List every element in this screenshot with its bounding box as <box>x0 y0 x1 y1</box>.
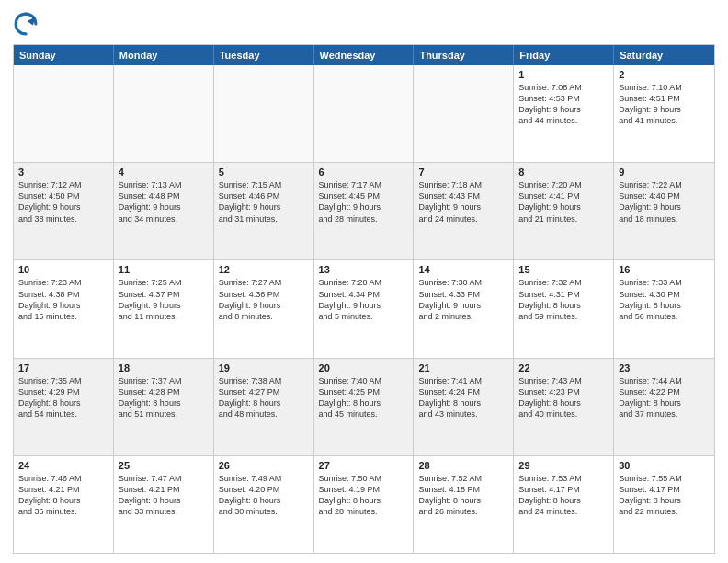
day-header-wednesday: Wednesday <box>314 45 415 65</box>
day-info: Sunrise: 7:18 AM Sunset: 4:43 PM Dayligh… <box>418 179 508 224</box>
day-number: 10 <box>18 264 108 275</box>
logo <box>13 11 42 37</box>
day-info: Sunrise: 7:37 AM Sunset: 4:28 PM Dayligh… <box>119 375 209 420</box>
day-number: 16 <box>619 264 710 275</box>
day-cell-2: 2Sunrise: 7:10 AM Sunset: 4:51 PM Daylig… <box>614 65 714 162</box>
day-info: Sunrise: 7:20 AM Sunset: 4:41 PM Dayligh… <box>518 179 609 224</box>
day-info: Sunrise: 7:46 AM Sunset: 4:21 PM Dayligh… <box>18 473 108 518</box>
day-header-sunday: Sunday <box>14 45 114 65</box>
day-number: 15 <box>518 264 609 275</box>
day-cell-19: 19Sunrise: 7:38 AM Sunset: 4:27 PM Dayli… <box>214 359 314 455</box>
day-number: 30 <box>619 460 710 471</box>
day-number: 13 <box>319 264 409 275</box>
day-header-monday: Monday <box>114 45 214 65</box>
day-info: Sunrise: 7:41 AM Sunset: 4:24 PM Dayligh… <box>418 375 508 420</box>
day-cell-6: 6Sunrise: 7:17 AM Sunset: 4:45 PM Daylig… <box>314 163 415 259</box>
empty-cell <box>414 65 514 162</box>
day-number: 26 <box>219 460 309 471</box>
calendar: SundayMondayTuesdayWednesdayThursdayFrid… <box>13 44 715 554</box>
day-number: 18 <box>119 362 209 373</box>
calendar-body: 1Sunrise: 7:08 AM Sunset: 4:53 PM Daylig… <box>14 65 714 553</box>
day-header-tuesday: Tuesday <box>214 45 314 65</box>
day-info: Sunrise: 7:13 AM Sunset: 4:48 PM Dayligh… <box>119 179 209 224</box>
empty-cell <box>14 65 114 162</box>
day-header-friday: Friday <box>514 45 614 65</box>
day-number: 25 <box>119 460 209 471</box>
day-number: 6 <box>319 167 409 178</box>
day-info: Sunrise: 7:50 AM Sunset: 4:19 PM Dayligh… <box>319 473 409 518</box>
day-cell-9: 9Sunrise: 7:22 AM Sunset: 4:40 PM Daylig… <box>614 163 714 259</box>
day-cell-22: 22Sunrise: 7:43 AM Sunset: 4:23 PM Dayli… <box>514 359 614 455</box>
day-info: Sunrise: 7:40 AM Sunset: 4:25 PM Dayligh… <box>319 375 409 420</box>
day-number: 1 <box>518 69 609 80</box>
calendar-header: SundayMondayTuesdayWednesdayThursdayFrid… <box>14 45 714 65</box>
day-cell-25: 25Sunrise: 7:47 AM Sunset: 4:21 PM Dayli… <box>114 456 214 553</box>
day-info: Sunrise: 7:49 AM Sunset: 4:20 PM Dayligh… <box>219 473 309 518</box>
day-info: Sunrise: 7:12 AM Sunset: 4:50 PM Dayligh… <box>18 179 108 224</box>
day-number: 21 <box>418 362 508 373</box>
calendar-row-1: 3Sunrise: 7:12 AM Sunset: 4:50 PM Daylig… <box>14 162 714 259</box>
day-info: Sunrise: 7:27 AM Sunset: 4:36 PM Dayligh… <box>219 277 309 322</box>
day-cell-5: 5Sunrise: 7:15 AM Sunset: 4:46 PM Daylig… <box>214 163 314 259</box>
day-number: 9 <box>619 167 710 178</box>
day-info: Sunrise: 7:38 AM Sunset: 4:27 PM Dayligh… <box>219 375 309 420</box>
day-cell-8: 8Sunrise: 7:20 AM Sunset: 4:41 PM Daylig… <box>514 163 614 259</box>
day-number: 8 <box>518 167 609 178</box>
day-info: Sunrise: 7:32 AM Sunset: 4:31 PM Dayligh… <box>518 277 609 322</box>
day-info: Sunrise: 7:33 AM Sunset: 4:30 PM Dayligh… <box>619 277 710 322</box>
day-info: Sunrise: 7:52 AM Sunset: 4:18 PM Dayligh… <box>418 473 508 518</box>
day-number: 17 <box>18 362 108 373</box>
day-header-thursday: Thursday <box>414 45 514 65</box>
day-header-saturday: Saturday <box>614 45 714 65</box>
day-number: 29 <box>518 460 609 471</box>
day-number: 27 <box>319 460 409 471</box>
day-info: Sunrise: 7:25 AM Sunset: 4:37 PM Dayligh… <box>119 277 209 322</box>
calendar-row-0: 1Sunrise: 7:08 AM Sunset: 4:53 PM Daylig… <box>14 65 714 162</box>
empty-cell <box>314 65 415 162</box>
day-cell-3: 3Sunrise: 7:12 AM Sunset: 4:50 PM Daylig… <box>14 163 114 259</box>
day-cell-24: 24Sunrise: 7:46 AM Sunset: 4:21 PM Dayli… <box>14 456 114 553</box>
calendar-row-3: 17Sunrise: 7:35 AM Sunset: 4:29 PM Dayli… <box>14 358 714 455</box>
day-cell-23: 23Sunrise: 7:44 AM Sunset: 4:22 PM Dayli… <box>614 359 714 455</box>
day-info: Sunrise: 7:35 AM Sunset: 4:29 PM Dayligh… <box>18 375 108 420</box>
day-cell-30: 30Sunrise: 7:55 AM Sunset: 4:17 PM Dayli… <box>614 456 714 553</box>
empty-cell <box>114 65 214 162</box>
day-info: Sunrise: 7:17 AM Sunset: 4:45 PM Dayligh… <box>319 179 409 224</box>
day-number: 28 <box>418 460 508 471</box>
day-info: Sunrise: 7:55 AM Sunset: 4:17 PM Dayligh… <box>619 473 710 518</box>
day-number: 19 <box>219 362 309 373</box>
empty-cell <box>214 65 314 162</box>
day-number: 12 <box>219 264 309 275</box>
day-number: 24 <box>18 460 108 471</box>
page: SundayMondayTuesdayWednesdayThursdayFrid… <box>0 0 728 563</box>
day-number: 2 <box>619 69 710 80</box>
day-number: 4 <box>119 167 209 178</box>
day-cell-12: 12Sunrise: 7:27 AM Sunset: 4:36 PM Dayli… <box>214 260 314 357</box>
calendar-row-4: 24Sunrise: 7:46 AM Sunset: 4:21 PM Dayli… <box>14 455 714 553</box>
day-cell-15: 15Sunrise: 7:32 AM Sunset: 4:31 PM Dayli… <box>514 260 614 357</box>
day-number: 3 <box>18 167 108 178</box>
day-cell-27: 27Sunrise: 7:50 AM Sunset: 4:19 PM Dayli… <box>314 456 415 553</box>
logo-icon <box>13 11 39 37</box>
header <box>13 11 715 37</box>
day-cell-7: 7Sunrise: 7:18 AM Sunset: 4:43 PM Daylig… <box>414 163 514 259</box>
calendar-row-2: 10Sunrise: 7:23 AM Sunset: 4:38 PM Dayli… <box>14 259 714 357</box>
day-info: Sunrise: 7:23 AM Sunset: 4:38 PM Dayligh… <box>18 277 108 322</box>
day-cell-14: 14Sunrise: 7:30 AM Sunset: 4:33 PM Dayli… <box>414 260 514 357</box>
day-cell-20: 20Sunrise: 7:40 AM Sunset: 4:25 PM Dayli… <box>314 359 415 455</box>
day-info: Sunrise: 7:08 AM Sunset: 4:53 PM Dayligh… <box>518 82 609 127</box>
day-number: 7 <box>418 167 508 178</box>
day-cell-16: 16Sunrise: 7:33 AM Sunset: 4:30 PM Dayli… <box>614 260 714 357</box>
day-info: Sunrise: 7:10 AM Sunset: 4:51 PM Dayligh… <box>619 82 710 127</box>
day-cell-21: 21Sunrise: 7:41 AM Sunset: 4:24 PM Dayli… <box>414 359 514 455</box>
day-info: Sunrise: 7:15 AM Sunset: 4:46 PM Dayligh… <box>219 179 309 224</box>
day-number: 20 <box>319 362 409 373</box>
day-info: Sunrise: 7:47 AM Sunset: 4:21 PM Dayligh… <box>119 473 209 518</box>
day-info: Sunrise: 7:44 AM Sunset: 4:22 PM Dayligh… <box>619 375 710 420</box>
day-number: 14 <box>418 264 508 275</box>
day-info: Sunrise: 7:30 AM Sunset: 4:33 PM Dayligh… <box>418 277 508 322</box>
day-info: Sunrise: 7:43 AM Sunset: 4:23 PM Dayligh… <box>518 375 609 420</box>
day-cell-18: 18Sunrise: 7:37 AM Sunset: 4:28 PM Dayli… <box>114 359 214 455</box>
day-number: 23 <box>619 362 710 373</box>
day-cell-13: 13Sunrise: 7:28 AM Sunset: 4:34 PM Dayli… <box>314 260 415 357</box>
